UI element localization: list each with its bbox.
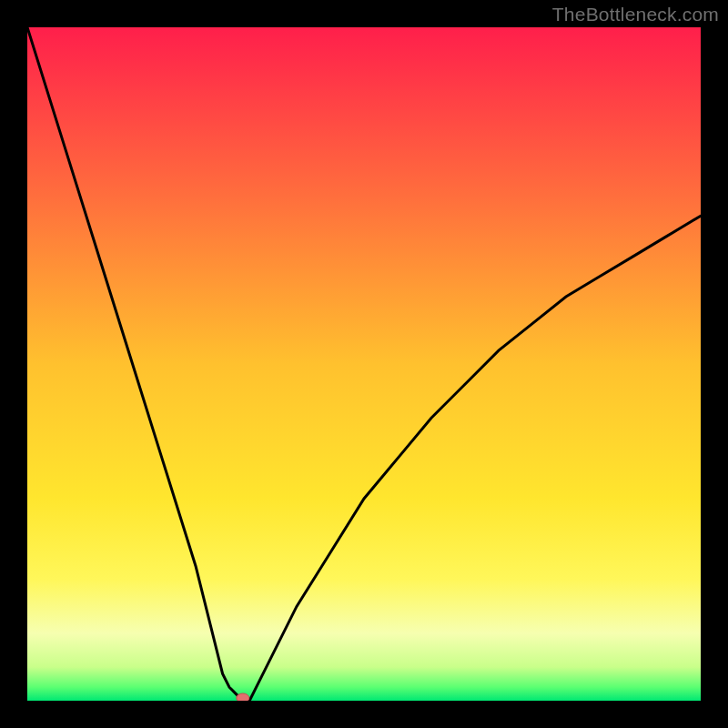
plot-area [27, 27, 701, 701]
watermark-text: TheBottleneck.com [552, 4, 719, 25]
chart-svg [27, 27, 701, 701]
gradient-background [27, 27, 701, 701]
chart-frame: TheBottleneck.com [0, 0, 728, 728]
minimum-marker [237, 693, 249, 701]
